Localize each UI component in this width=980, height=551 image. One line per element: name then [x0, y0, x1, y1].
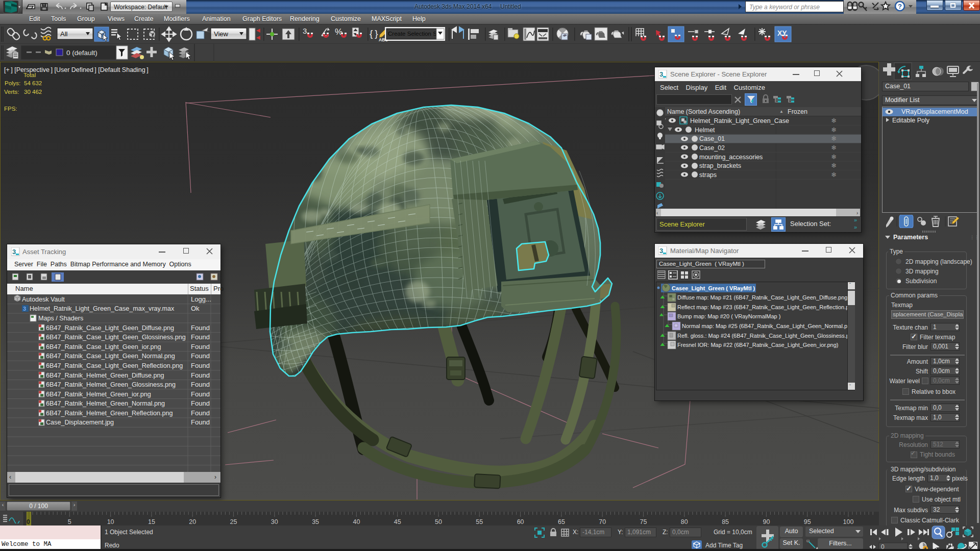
svg-text:Found: Found [191, 324, 210, 332]
svg-text:25: 25 [230, 518, 237, 525]
svg-text:Casee_Light_Green ( VRayMtl ): Casee_Light_Green ( VRayMtl ) [672, 285, 755, 291]
svg-text:Create Selection Se: Create Selection Se [388, 31, 440, 37]
svg-text:View: View [214, 30, 229, 38]
svg-text:mounting_accessories: mounting_accessories [699, 154, 763, 161]
svg-text:6B47_Ratnik_Case_Light_Geen_io: 6B47_Ratnik_Case_Light_Geen_ior.png [46, 343, 161, 350]
svg-text:3: 3 [12, 248, 16, 256]
svg-text:6B47_Ratnik_Helmet_Green_Gloss: 6B47_Ratnik_Helmet_Green_Glossiness.png [46, 381, 176, 388]
svg-text:15: 15 [148, 518, 155, 525]
svg-text:75: 75 [640, 518, 647, 525]
svg-text:❄: ❄ [831, 117, 837, 124]
svg-text:90: 90 [763, 518, 770, 525]
svg-text:Diffuse map: Map #21 (6B47_Rat: Diffuse map: Map #21 (6B47_Ratnik_Case_L… [677, 294, 847, 300]
svg-text:Found: Found [191, 409, 210, 417]
svg-text:0 (default): 0 (default) [66, 49, 97, 57]
svg-text:55: 55 [476, 518, 483, 525]
svg-text:Found: Found [191, 362, 210, 369]
svg-text:95: 95 [804, 518, 811, 525]
svg-text:3: 3 [659, 70, 663, 78]
svg-text:Case_Displacement.jpg: Case_Displacement.jpg [46, 419, 114, 426]
svg-text:Helmet: Helmet [695, 127, 715, 134]
svg-text:❄: ❄ [831, 135, 837, 142]
svg-text:30: 30 [271, 518, 278, 525]
svg-text:❄: ❄ [831, 126, 837, 134]
svg-text:Found: Found [191, 352, 210, 360]
svg-text:60: 60 [517, 518, 524, 525]
svg-text:6B47_Ratnik_Case_Light_Geen_Di: 6B47_Ratnik_Case_Light_Geen_Diffuse.png [46, 324, 174, 332]
svg-text:Case_02: Case_02 [699, 144, 725, 152]
svg-text:6B47_Ratnik_Helmet_Green_Refle: 6B47_Ratnik_Helmet_Green_Reflection.png [46, 410, 173, 417]
svg-text:?: ? [898, 3, 902, 10]
svg-text:Autodesk Vault: Autodesk Vault [22, 296, 65, 303]
svg-text:65: 65 [558, 518, 565, 525]
svg-text:6B47_Ratnik_Case_Light_Geen_No: 6B47_Ratnik_Case_Light_Geen_Normal.png [46, 353, 175, 360]
svg-text:Fresnel IOR: Map #22 (6B47_Rat: Fresnel IOR: Map #22 (6B47_Ratnik_Case_L… [677, 342, 839, 348]
svg-text:100: 100 [843, 518, 854, 525]
svg-text:6B47_Ratnik_Case_Light_Geen_Re: 6B47_Ratnik_Case_Light_Geen_Reflection.p… [46, 362, 183, 369]
svg-text:45: 45 [394, 518, 401, 525]
svg-text:Helmet_Ratnik_Light_Green_Case: Helmet_Ratnik_Light_Green_Case [690, 117, 789, 124]
svg-text:Helmet_Ratnik_Light_Green_Case: Helmet_Ratnik_Light_Green_Case_max_vray.… [30, 305, 175, 312]
svg-text:80: 80 [681, 518, 688, 525]
svg-text:6B47_Ratnik_Case_Light_Geen_Gl: 6B47_Ratnik_Case_Light_Geen_Glossiness.p… [46, 334, 186, 341]
svg-text:Found: Found [191, 371, 210, 379]
svg-text:Ok: Ok [191, 305, 200, 312]
svg-text:Normal map: Map #25 (6B47_Ratn: Normal map: Map #25 (6B47_Ratnik_Case_Li… [682, 323, 847, 329]
svg-text:3: 3 [23, 306, 26, 312]
svg-text:Reflect map: Map #23 (6B47_Rat: Reflect map: Map #23 (6B47_Ratnik_Case_L… [677, 304, 847, 310]
svg-text:20: 20 [189, 518, 196, 525]
svg-text:Refl. gloss.: Map #24 (6B47_Ra: Refl. gloss.: Map #24 (6B47_Ratnik_Case_… [677, 333, 847, 339]
svg-text:All: All [60, 30, 68, 38]
svg-text:❄: ❄ [831, 171, 837, 179]
svg-text:Found: Found [191, 390, 210, 398]
svg-text:straps: straps [699, 171, 717, 179]
svg-text:Maps / Shaders: Maps / Shaders [38, 315, 83, 322]
svg-text:strap_brackets: strap_brackets [699, 162, 741, 169]
svg-text:5: 5 [68, 518, 71, 525]
svg-text:Bump map: Map #20 ( VRayNorma: Bump map: Map #20 ( VRayNormalMap ) [677, 313, 780, 319]
svg-text:40: 40 [353, 518, 360, 525]
svg-text:Found: Found [191, 333, 210, 341]
svg-text:6B47_Ratnik_Helmet_Green_Norma: 6B47_Ratnik_Helmet_Green_Normal.png [46, 400, 165, 407]
svg-text:50: 50 [435, 518, 442, 525]
svg-text:3: 3 [659, 247, 663, 255]
svg-text:3: 3 [303, 27, 307, 35]
svg-text:70: 70 [599, 518, 606, 525]
svg-text:❄: ❄ [831, 144, 837, 152]
svg-text:Found: Found [191, 399, 210, 407]
svg-text:❄: ❄ [831, 162, 837, 169]
svg-text:Found: Found [191, 418, 210, 426]
svg-text:6B47_Ratnik_Helmet_Green_ior.p: 6B47_Ratnik_Helmet_Green_ior.png [46, 391, 151, 398]
svg-text:6B47_Ratnik_Helmet_Green_Diffu: 6B47_Ratnik_Helmet_Green_Diffuse.png [46, 372, 164, 379]
svg-text:Logg...: Logg... [191, 295, 211, 303]
svg-text:❄: ❄ [831, 153, 837, 161]
svg-text:Found: Found [191, 381, 210, 388]
svg-text:10: 10 [107, 518, 114, 525]
svg-text:Found: Found [191, 343, 210, 350]
svg-text:85: 85 [722, 518, 729, 525]
svg-text:{ }: { } [370, 28, 378, 39]
svg-text:Case_01: Case_01 [699, 135, 725, 142]
svg-text:35: 35 [312, 518, 319, 525]
svg-text:0: 0 [27, 518, 30, 525]
